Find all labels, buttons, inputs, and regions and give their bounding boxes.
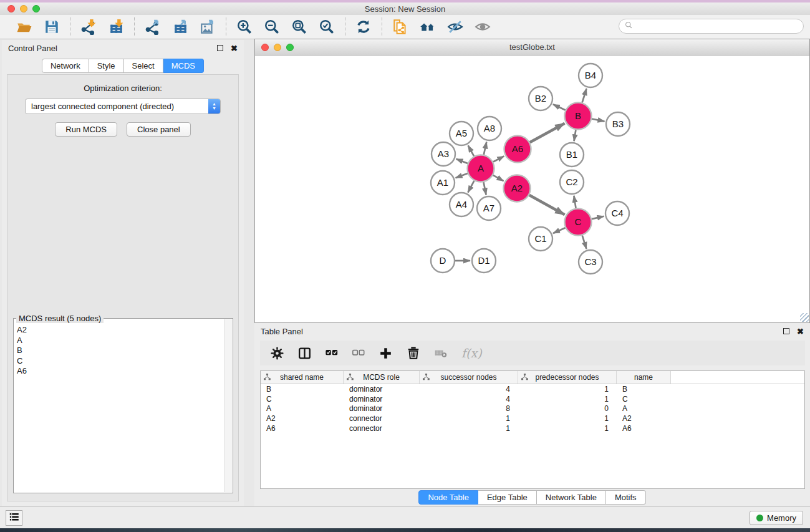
minimize-window-button[interactable] — [20, 5, 27, 12]
home-network-icon[interactable] — [417, 17, 438, 37]
tab-motifs[interactable]: Motifs — [606, 490, 646, 505]
zoom-selected-icon[interactable] — [316, 17, 337, 37]
graph-edge[interactable] — [530, 123, 565, 142]
graph-node-b4[interactable]: B4 — [579, 64, 602, 87]
graph-edge[interactable] — [553, 228, 565, 233]
graph-node-a[interactable]: A — [468, 155, 494, 182]
table-row[interactable]: A6connector11A6 — [261, 423, 804, 433]
graph-node-a6[interactable]: A6 — [504, 136, 531, 163]
graph-edge[interactable] — [553, 104, 566, 110]
deselect-all-rows-icon[interactable] — [352, 347, 365, 359]
open-session-icon[interactable] — [14, 17, 35, 37]
select-all-rows-icon[interactable] — [325, 347, 338, 359]
graph-node-a8[interactable]: A8 — [478, 117, 501, 140]
show-all-icon[interactable] — [472, 17, 493, 37]
zoom-fit-icon[interactable] — [289, 17, 310, 37]
column-visibility-icon[interactable] — [298, 347, 311, 360]
graph-edge[interactable] — [468, 181, 474, 193]
tab-style[interactable]: Style — [89, 59, 124, 73]
delete-table-icon[interactable] — [435, 347, 447, 359]
app-titlebar[interactable]: Session: New Session — [0, 2, 810, 15]
tab-edge-table[interactable]: Edge Table — [478, 490, 537, 505]
mcds-result-item[interactable]: A — [17, 336, 229, 346]
export-table-icon[interactable] — [170, 17, 191, 37]
close-table-panel-icon[interactable]: ✖ — [797, 327, 804, 336]
save-session-icon[interactable] — [41, 17, 62, 37]
column-header-mcds_role[interactable]: MCDS role — [344, 371, 420, 384]
graph-node-a4[interactable]: A4 — [450, 193, 473, 216]
clone-network-icon[interactable] — [390, 17, 411, 37]
graph-node-b2[interactable]: B2 — [529, 87, 552, 110]
graph-edge[interactable] — [574, 130, 576, 141]
network-canvas[interactable]: B4B2BB3A8A5A6A3B1AC2A1A2A4A7C4CC1DD1C3 — [255, 56, 809, 322]
column-header-name[interactable]: name — [617, 371, 671, 384]
mcds-result-item[interactable]: A2 — [17, 325, 229, 336]
float-table-panel-icon[interactable] — [783, 328, 789, 334]
mcds-result-item[interactable]: A6 — [17, 366, 229, 377]
tab-node-table[interactable]: Node Table — [418, 490, 478, 505]
hide-selected-icon[interactable] — [445, 17, 466, 37]
graph-node-c4[interactable]: C4 — [605, 201, 629, 225]
import-network-icon[interactable] — [78, 17, 99, 37]
close-panel-button[interactable]: Close panel — [127, 122, 191, 137]
table-row[interactable]: Bdominator41B — [261, 384, 804, 394]
delete-column-icon[interactable] — [407, 346, 420, 360]
network-maximize-button[interactable] — [286, 44, 294, 51]
graph-edge[interactable] — [592, 118, 604, 121]
graph-node-a2[interactable]: A2 — [504, 175, 531, 202]
graph-node-c[interactable]: C — [565, 209, 592, 236]
tab-network[interactable]: Network — [42, 59, 89, 73]
search-input[interactable] — [634, 22, 803, 31]
graph-edge[interactable] — [493, 156, 504, 162]
export-image-icon[interactable] — [197, 17, 218, 37]
optimization-criterion-dropdown[interactable]: largest connected component (directed) ▲… — [25, 99, 221, 114]
float-panel-icon[interactable] — [217, 45, 223, 51]
mcds-result-item[interactable]: C — [17, 356, 229, 367]
graph-edge[interactable] — [468, 145, 474, 156]
maximize-window-button[interactable] — [32, 5, 40, 12]
graph-edge[interactable] — [582, 89, 587, 102]
table-row[interactable]: A2connector11A2 — [261, 414, 804, 423]
import-table-icon[interactable] — [105, 17, 127, 37]
graph-node-b3[interactable]: B3 — [606, 112, 630, 136]
tab-mcds[interactable]: MCDS — [163, 59, 204, 73]
graph-node-a1[interactable]: A1 — [431, 171, 455, 195]
refresh-layout-icon[interactable] — [353, 17, 374, 37]
column-header-predecessor_nodes[interactable]: predecessor nodes — [518, 371, 617, 384]
graph-edge[interactable] — [574, 196, 576, 208]
close-window-button[interactable] — [7, 5, 15, 12]
tab-select[interactable]: Select — [124, 59, 163, 73]
tab-network-table[interactable]: Network Table — [537, 490, 606, 505]
graph-node-b[interactable]: B — [565, 103, 592, 130]
export-network-icon[interactable] — [142, 17, 163, 37]
search-box[interactable] — [619, 19, 804, 34]
graph-edge[interactable] — [493, 175, 504, 181]
graph-node-c1[interactable]: C1 — [529, 227, 552, 251]
resize-grip-icon[interactable] — [800, 313, 809, 322]
graph-node-a7[interactable]: A7 — [477, 196, 501, 220]
graph-edge[interactable] — [456, 173, 468, 178]
graph-node-a3[interactable]: A3 — [432, 142, 455, 166]
add-column-icon[interactable] — [379, 347, 392, 360]
zoom-out-icon[interactable] — [261, 17, 282, 37]
mcds-result-item[interactable]: B — [17, 346, 229, 356]
zoom-in-icon[interactable] — [234, 17, 255, 37]
run-mcds-button[interactable]: Run MCDS — [55, 122, 117, 137]
graph-edge[interactable] — [484, 142, 486, 155]
graph-edge[interactable] — [592, 216, 604, 219]
column-header-successor_nodes[interactable]: successor nodes — [420, 371, 518, 384]
settings-gear-icon[interactable] — [271, 347, 284, 360]
table-row[interactable]: Cdominator41C — [261, 394, 804, 404]
graph-node-d1[interactable]: D1 — [472, 249, 496, 273]
graph-edge[interactable] — [582, 235, 587, 249]
close-panel-icon[interactable]: ✖ — [231, 44, 238, 52]
graph-node-b1[interactable]: B1 — [560, 143, 584, 167]
table-row[interactable]: Adominator80A — [261, 404, 804, 414]
graph-node-c2[interactable]: C2 — [560, 170, 584, 194]
graph-node-c3[interactable]: C3 — [579, 250, 602, 274]
memory-button[interactable]: Memory — [750, 511, 803, 525]
function-builder-icon[interactable]: f(x) — [461, 346, 482, 360]
network-window-titlebar[interactable]: testGlobe.txt — [255, 39, 809, 56]
graph-node-a5[interactable]: A5 — [450, 122, 473, 145]
task-list-button[interactable] — [6, 510, 22, 526]
